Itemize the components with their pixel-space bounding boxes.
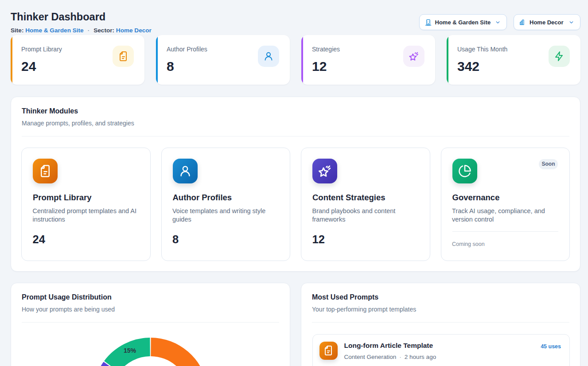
svg-text:15%: 15% [124,347,136,354]
